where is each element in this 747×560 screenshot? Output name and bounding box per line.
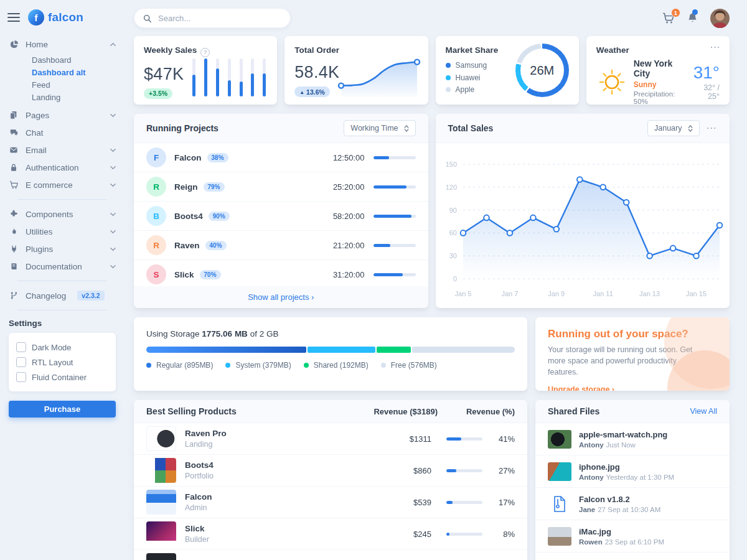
checkbox-icon[interactable] <box>16 357 26 367</box>
topbar: 1 <box>134 0 730 36</box>
market-share-total: 26M <box>520 49 564 92</box>
total-sales-header: Total Sales January ··· <box>436 114 730 143</box>
product-category[interactable]: Landing <box>185 440 227 449</box>
project-name[interactable]: Falcon <box>174 153 202 162</box>
legend-dot <box>146 363 151 368</box>
purchase-button[interactable]: Purchase <box>9 401 116 418</box>
sidebar-item-label: Home <box>26 40 48 49</box>
sidebar-item-pages[interactable]: Pages <box>9 106 116 124</box>
product-name[interactable]: Slick <box>185 524 209 533</box>
checkbox-icon[interactable] <box>16 372 26 382</box>
file-row: iMac.jpg Rowen23 Sep at 6:10 PM <box>535 520 730 553</box>
help-icon[interactable]: ? <box>200 48 210 57</box>
panel-title: Running Projects <box>146 123 218 133</box>
sidebar-divider <box>17 281 107 281</box>
project-time: 21:20:00 <box>333 241 365 250</box>
dark-mode-toggle[interactable]: Dark Mode <box>16 340 108 355</box>
storage-legend: Regular (895MB) System (379MB) Shared (1… <box>146 361 515 370</box>
product-name[interactable]: Raven Pro <box>185 429 227 438</box>
sidebar-item-plugins[interactable]: Plugins <box>9 240 116 258</box>
project-progress-bar <box>374 185 416 189</box>
upgrade-storage-link[interactable]: Upgrade storage › <box>548 385 614 391</box>
sidebar-item-utilities[interactable]: Utilities <box>9 223 116 240</box>
svg-text:Jan 15: Jan 15 <box>685 290 706 297</box>
hamburger-menu-icon[interactable] <box>7 13 20 22</box>
project-name[interactable]: Raven <box>174 241 200 250</box>
sidebar-item-components[interactable]: Components <box>9 205 116 223</box>
project-name[interactable]: Boots4 <box>174 212 203 221</box>
cart-button[interactable]: 1 <box>662 12 675 24</box>
product-row: Falcon Admin $539 17% <box>134 487 527 518</box>
ellipsis-menu-icon[interactable]: ··· <box>707 124 718 133</box>
sidebar-item-feed[interactable]: Feed <box>9 78 116 91</box>
product-thumbnail <box>146 490 176 515</box>
product-name[interactable]: Boots4 <box>185 460 214 470</box>
file-archive-icon <box>548 495 571 513</box>
chevron-down-icon <box>110 246 116 252</box>
sidebar-item-label: Chat <box>26 128 44 138</box>
legend-label: Apple <box>456 85 475 94</box>
topbar-actions: 1 <box>662 9 730 28</box>
checkbox-label: Dark Mode <box>32 343 72 352</box>
product-category[interactable]: Portfolio <box>185 472 214 480</box>
weather-range: 32° / 25° <box>692 83 720 101</box>
chevron-right-icon: › <box>612 385 614 391</box>
ellipsis-menu-icon[interactable]: ··· <box>711 43 721 52</box>
product-name[interactable]: Falcon <box>185 492 212 502</box>
sun-icon <box>596 67 627 98</box>
file-row: iphone.jpg AntonyYesterday at 1:30 PM <box>535 455 730 488</box>
storage-used: 1775.06 MB <box>202 329 248 338</box>
file-name[interactable]: iMac.jpg <box>579 527 664 536</box>
weather-temp: 31° <box>692 63 720 83</box>
card-title: Weekly Sales <box>144 45 197 55</box>
sidebar-item-landing[interactable]: Landing <box>9 91 116 103</box>
product-info: Falcon Admin <box>185 492 212 512</box>
kpi-row: Weekly Sales? $47K +3.5% Total Order 58.… <box>134 36 730 105</box>
file-name[interactable]: Falcon v1.8.2 <box>579 495 660 504</box>
sidebar-item-label: Utilities <box>26 227 53 236</box>
panel-title: Total Sales <box>448 123 494 133</box>
sidebar-item-home[interactable]: Home <box>9 35 116 53</box>
file-name[interactable]: iphone.jpg <box>579 462 674 472</box>
rtl-layout-toggle[interactable]: RTL Layout <box>16 355 108 370</box>
file-name[interactable]: apple-smart-watch.png <box>579 430 667 439</box>
sidebar-item-documentation[interactable]: Documentation <box>9 258 116 275</box>
notifications-button[interactable] <box>687 12 698 24</box>
sidebar-item-ecommerce[interactable]: E commerce <box>9 176 116 194</box>
legend-item: Regular (895MB) <box>146 361 213 370</box>
product-pct: 17% <box>487 498 515 507</box>
version-badge: v2.3.2 <box>77 291 104 301</box>
checkbox-icon[interactable] <box>16 342 26 352</box>
main-content: 1 Weekly Sales? $47K +3.5% Total Order 5… <box>125 0 747 560</box>
legend-dot <box>446 63 451 68</box>
sidebar-item-dashboard[interactable]: Dashboard <box>9 54 116 66</box>
month-select[interactable]: January <box>647 120 699 136</box>
user-avatar[interactable] <box>710 9 730 28</box>
weather-body: New York City Sunny Precipitation: 50% 3… <box>596 58 720 105</box>
product-price: $860 <box>413 466 431 475</box>
file-time: Just Now <box>606 441 636 449</box>
working-time-select[interactable]: Working Time <box>344 120 415 136</box>
legend-label: Samsung <box>456 61 487 70</box>
running-projects-header: Running Projects Working Time <box>134 114 428 143</box>
project-name[interactable]: Reign <box>174 182 198 192</box>
sidebar-item-label: Plugins <box>26 245 53 254</box>
view-all-link[interactable]: View All <box>690 407 717 416</box>
sidebar-item-authentication[interactable]: Authentication <box>9 159 116 176</box>
fluid-container-toggle[interactable]: Fluid Container <box>16 370 108 385</box>
product-category[interactable]: Admin <box>185 503 212 512</box>
sidebar-item-email[interactable]: Email <box>9 141 116 159</box>
sidebar-item-changelog[interactable]: Changelog v2.3.2 <box>9 287 116 304</box>
logo-text: falcon <box>48 11 83 24</box>
product-category[interactable]: Builder <box>185 535 209 544</box>
sidebar-item-chat[interactable]: Chat <box>9 124 116 141</box>
sidebar-item-label: Pages <box>26 111 49 120</box>
falcon-logo-icon: f <box>28 9 44 26</box>
search-box[interactable] <box>134 8 291 28</box>
show-all-projects-link[interactable]: Show all projects › <box>134 286 428 308</box>
falcon-logo[interactable]: f falcon <box>28 9 83 26</box>
project-name[interactable]: Slick <box>174 270 194 279</box>
settings-box: Dark Mode RTL Layout Fluid Container <box>9 333 116 391</box>
sidebar-item-dashboard-alt[interactable]: Dashboard alt <box>9 66 116 78</box>
search-input[interactable] <box>157 13 281 24</box>
